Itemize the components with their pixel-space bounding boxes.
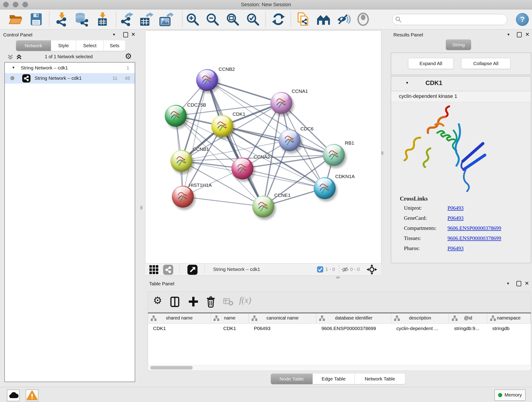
import-network-database-button[interactable] [74,12,89,27]
crosslink-genecard-link[interactable]: P06493 [447,215,463,221]
network-node-CCNB2[interactable] [196,69,218,91]
column-header-2[interactable]: canonical name [249,313,317,323]
hide-selected-button[interactable] [336,12,351,27]
gene-card-header[interactable]: ▼ CDK1 [391,76,531,91]
crosshair-icon[interactable] [367,264,377,275]
collapse-all-button[interactable]: Collapse All [461,58,510,69]
collection-count: 1 [127,65,129,70]
open-session-button[interactable] [8,12,23,27]
first-neighbors-button[interactable] [316,12,331,27]
show-all-button[interactable] [356,12,371,27]
cloud-button[interactable] [7,389,20,401]
network-node-CCNA1[interactable] [270,92,292,114]
memory-button[interactable]: Memory [494,389,526,401]
help-button[interactable]: ? [516,13,529,26]
gene-disclosure-caret[interactable]: ▼ [405,81,409,85]
network-node-CDC25B[interactable] [165,105,187,127]
search-input[interactable] [403,15,505,23]
network-node-CDC6[interactable] [279,129,301,151]
results-panel-float-button[interactable] [517,32,522,37]
table-cell[interactable]: 9606.ENSP00000378699 [317,323,396,333]
bottom-splitter-handle[interactable] [336,276,340,279]
column-header-3[interactable]: database identifier [317,313,391,323]
network-collection-row[interactable]: ▼ String Network – cdk1 1 [5,64,135,73]
control-panel-float-button[interactable] [123,32,128,37]
show-columns-icon[interactable] [170,296,180,307]
network-node-CCNE1[interactable] [252,196,274,217]
table-cell[interactable]: stringdb:9... [449,323,492,333]
search-field[interactable] [392,14,507,25]
export-image-button[interactable] [159,12,174,27]
table-cell[interactable]: CDK1 [148,323,215,333]
import-network-button[interactable] [55,12,69,27]
network-node-CDK1[interactable] [211,115,233,137]
import-table-button[interactable] [94,12,109,27]
save-session-button[interactable] [29,12,44,27]
table-settings-gear-icon[interactable]: ⚙ [153,294,162,306]
table-cell[interactable]: cyclin-dependent ... [391,323,454,333]
table-cell[interactable]: P06493 [249,323,321,333]
network-canvas[interactable]: CCNB2CCNA1CDC25BCDK1CDC6RB1CCNB1CCNA2CDK… [145,31,381,264]
crosslink-tissues-link[interactable]: 9606.ENSP00000378699 [447,235,501,241]
network-node-CCNA2[interactable] [231,157,253,179]
network-node-RB1[interactable] [323,144,345,166]
function-builder-icon-disabled: f(x) [239,295,251,305]
collection-disclosure-caret[interactable]: ▼ [12,65,15,70]
refresh-icon [271,12,286,27]
refresh-layout-button[interactable] [271,12,286,27]
network-edge[interactable] [183,197,263,206]
control-panel-menu-caret[interactable]: ▼ [112,32,116,36]
table-panel-menu-caret[interactable]: ▼ [506,281,510,285]
table-panel-close-button[interactable]: ✕ [525,281,529,286]
table-panel-float-button[interactable] [516,281,521,286]
crosslink-pharos-link[interactable]: P06493 [447,245,463,251]
results-panel-menu-caret[interactable]: ▼ [507,32,510,36]
left-splitter-handle[interactable] [140,206,143,210]
network-node-CCNB1[interactable] [171,150,192,172]
birds-eye-grid-icon[interactable] [149,265,159,275]
tab-network-table[interactable]: Network Table [355,374,405,384]
expand-all-button[interactable]: Expand All [408,58,454,69]
tab-string[interactable]: String [446,39,471,50]
export-table-button[interactable] [139,12,153,27]
tab-edge-table[interactable]: Edge Table [313,374,355,384]
tab-style[interactable]: Style [51,40,76,51]
table-cell[interactable]: stringdb [487,323,532,333]
crosslink-compartments-link[interactable]: 9606.ENSP00000378699 [447,225,501,231]
copy-network-button[interactable] [296,12,310,27]
create-column-plus-icon[interactable] [188,296,198,307]
crosslink-uniprot-link[interactable]: P06493 [447,205,463,211]
zoom-out-button[interactable] [205,12,220,27]
network-node-CDKN1A[interactable] [314,177,336,199]
zoom-selected-button[interactable] [245,12,260,27]
network-share-icon[interactable] [163,265,173,275]
network-edge[interactable] [207,80,263,206]
zoom-in-button[interactable] [185,12,200,27]
tab-sets[interactable]: Sets [104,40,125,51]
column-header-6[interactable]: namespace [487,313,530,323]
column-header-4[interactable]: description [391,313,449,323]
column-header-0[interactable]: shared name [148,313,211,323]
gear-icon[interactable]: ⚙ [125,51,132,61]
network-node-HIST1H1A[interactable] [172,186,194,208]
control-panel-close-button[interactable]: ✕ [131,32,135,37]
tab-network[interactable]: Network [16,40,51,51]
selected-checkbox-icon[interactable] [317,266,323,273]
delete-column-trash-icon[interactable] [206,296,216,308]
column-header-5[interactable]: @id [449,313,487,323]
warnings-button[interactable] [26,389,38,401]
export-network-button[interactable] [119,12,134,27]
table-hscrollbar-thumb[interactable] [150,366,193,370]
network-edge[interactable] [183,80,207,197]
tab-node-table[interactable]: Node Table [271,374,313,384]
right-splitter-handle[interactable] [381,151,384,155]
results-panel-close-button[interactable]: ✕ [525,32,530,37]
table-cell[interactable]: CDK1 [211,323,249,333]
column-header-1[interactable]: name [211,313,249,323]
network-edge[interactable] [222,126,334,155]
tab-select[interactable]: Select [76,40,104,51]
zoom-fit-button[interactable] [225,12,240,27]
external-view-icon[interactable] [187,265,197,275]
network-row-selected[interactable]: String Network – cdk1 11 48 [5,73,135,84]
statusbar-separator [179,265,179,274]
